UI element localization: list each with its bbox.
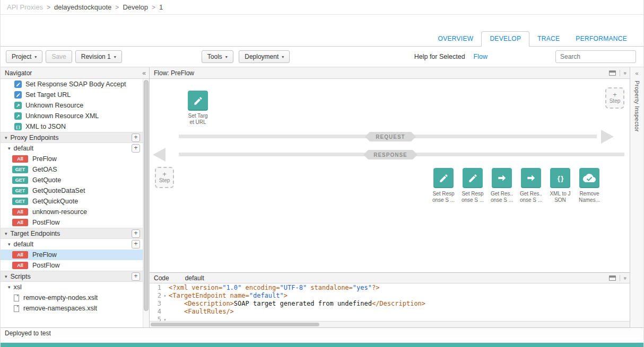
nav-file-item[interactable]: remove-namespaces.xslt: [1, 303, 143, 314]
cloud-check-icon: [583, 172, 596, 184]
project-menu-button[interactable]: Project ▾: [6, 50, 42, 63]
view-tabs: OVERVIEW DEVELOP TRACE PERFORMANCE: [1, 15, 643, 47]
flow-label: GetQuote: [32, 176, 61, 184]
collapse-panel-icon[interactable]: »: [622, 277, 628, 279]
nav-group-proxy-default[interactable]: ▾ default +: [1, 143, 143, 154]
nav-flow-item[interactable]: All unknown-resource: [1, 207, 143, 217]
nav-flow-item[interactable]: All PostFlow: [1, 217, 143, 228]
nav-section-proxy-endpoints[interactable]: ▾ Proxy Endpoints +: [1, 132, 143, 143]
caret-down-icon: ▾: [5, 274, 7, 279]
flow-step-set-response-soap[interactable]: [463, 168, 483, 188]
deployment-menu-button[interactable]: Deployment ▾: [239, 50, 290, 63]
nav-flow-item[interactable]: GET GetQuote: [1, 175, 143, 185]
collapse-navigator-icon[interactable]: «: [142, 69, 146, 77]
tab-develop[interactable]: DEVELOP: [481, 31, 529, 47]
navigator-scrollbar-thumb[interactable]: [144, 80, 149, 311]
breadcrumb-item-api-proxies[interactable]: API Proxies: [7, 3, 43, 11]
navigator-title: Navigator: [5, 69, 32, 77]
property-inspector-strip[interactable]: « Property Inspector: [630, 67, 643, 327]
pencil-icon: [193, 96, 203, 106]
fold-caret-icon[interactable]: ▾: [161, 316, 169, 321]
flow-step-label: XML to JSON: [546, 191, 575, 203]
breadcrumb-item-develop[interactable]: Develop: [123, 3, 148, 11]
flow-panel-header: Flow: PreFlow »: [150, 67, 630, 79]
nav-group-target-default[interactable]: ▾ default +: [1, 239, 143, 250]
add-flow-button[interactable]: +: [132, 144, 140, 153]
flow-step-get-response[interactable]: [521, 168, 541, 188]
line-number: 1: [150, 284, 161, 292]
tools-menu-button[interactable]: Tools ▾: [202, 50, 233, 63]
tools-label: Tools: [207, 53, 222, 60]
resource-arrow-icon: ↗: [14, 102, 22, 109]
flow-step-set-response-soap[interactable]: [433, 168, 454, 188]
method-badge: All: [12, 208, 28, 216]
save-label: Save: [51, 53, 66, 60]
help-selected-flow-link[interactable]: Flow: [474, 53, 488, 60]
flow-step-get-response[interactable]: [492, 168, 512, 188]
caret-down-icon: ▾: [8, 242, 11, 247]
method-badge: GET: [12, 187, 28, 194]
nav-policy-item[interactable]: { } XML to JSON: [1, 121, 143, 132]
add-proxy-endpoint-button[interactable]: +: [132, 134, 140, 142]
flow-title: Flow: PreFlow: [154, 69, 194, 77]
panel-layout-icon[interactable]: [609, 275, 616, 281]
add-step-button[interactable]: + Step: [155, 167, 174, 188]
nav-policy-item[interactable]: Set Response SOAP Body Accept: [1, 79, 143, 90]
tab-trace[interactable]: TRACE: [529, 32, 568, 46]
nav-flow-item[interactable]: All PreFlow: [1, 154, 143, 164]
nav-section-target-endpoints[interactable]: ▾ Target Endpoints +: [1, 228, 143, 239]
nav-policy-label: Set Response SOAP Body Accept: [25, 81, 126, 88]
caret-down-icon: ▾: [282, 55, 284, 59]
nav-file-item[interactable]: remove-empty-nodes.xslt: [1, 292, 143, 303]
plus-icon: +: [162, 171, 167, 177]
code-editor[interactable]: 1 <?xml version="1.0" encoding="UTF-8" s…: [150, 283, 630, 321]
pencil-icon: [439, 173, 449, 183]
tab-performance[interactable]: PERFORMANCE: [568, 32, 635, 46]
nav-policy-item[interactable]: Set Target URL: [1, 90, 143, 100]
nav-flow-item[interactable]: GET GetQuoteDataSet: [1, 185, 143, 196]
breadcrumb-item-revision: 1: [159, 3, 163, 11]
braces-icon: { }: [14, 123, 22, 130]
code-tab-default[interactable]: default: [185, 274, 204, 282]
fold-caret-icon[interactable]: ▾: [161, 292, 169, 300]
method-badge: All: [12, 155, 28, 163]
code-line: 5 ▾: [150, 316, 630, 321]
breadcrumb-item-proxy-name[interactable]: delayedstockquote: [54, 3, 111, 11]
nav-policy-label: Set Target URL: [25, 91, 71, 99]
flow-step-set-target-url[interactable]: [188, 91, 208, 111]
nav-section-scripts[interactable]: ▾ Scripts +: [1, 271, 143, 282]
code-line: 3 <Description>SOAP target generated fro…: [150, 300, 630, 308]
nav-flow-item-selected[interactable]: All PreFlow: [1, 250, 143, 260]
add-script-button[interactable]: +: [132, 272, 140, 281]
search-input[interactable]: [555, 50, 636, 63]
revision-menu-button[interactable]: Revision 1 ▾: [75, 50, 122, 63]
save-button[interactable]: Save: [46, 50, 72, 63]
section-title: Target Endpoints: [11, 230, 60, 237]
add-step-button[interactable]: + Step: [605, 87, 624, 109]
collapse-panel-icon[interactable]: »: [622, 72, 628, 74]
nav-flow-item[interactable]: All PostFlow: [1, 260, 143, 271]
footer-gap: [1, 338, 643, 343]
nav-group-xsl[interactable]: ▾ xsl: [1, 282, 143, 292]
nav-policy-item[interactable]: ↗ Unknown Resource XML: [1, 111, 143, 121]
method-badge: All: [12, 219, 28, 226]
navigator-header: Navigator «: [1, 67, 149, 79]
nav-flow-item[interactable]: GET GetOAS: [1, 164, 143, 175]
revision-label: Revision 1: [81, 53, 111, 60]
panel-layout-icon[interactable]: [609, 70, 616, 76]
fold-gutter: [161, 284, 169, 292]
line-number: 4: [150, 308, 161, 316]
add-flow-button[interactable]: +: [132, 240, 140, 248]
add-target-endpoint-button[interactable]: +: [132, 229, 140, 238]
nav-policy-item[interactable]: ↗ Unknown Resource: [1, 100, 143, 111]
expand-property-inspector-icon[interactable]: «: [635, 70, 638, 76]
flow-step-xml-to-json[interactable]: { }: [550, 168, 570, 188]
nav-flow-item[interactable]: GET GetQuickQuote: [1, 196, 143, 207]
method-badge: GET: [12, 166, 28, 173]
tab-overview[interactable]: OVERVIEW: [430, 32, 482, 46]
flow-step-remove-namespaces[interactable]: [579, 168, 599, 188]
breadcrumb-separator: >: [115, 4, 119, 11]
flow-label: PostFlow: [32, 219, 59, 226]
caret-down-icon: ▾: [225, 55, 228, 59]
code-scrollbar-thumb[interactable]: [151, 323, 319, 326]
